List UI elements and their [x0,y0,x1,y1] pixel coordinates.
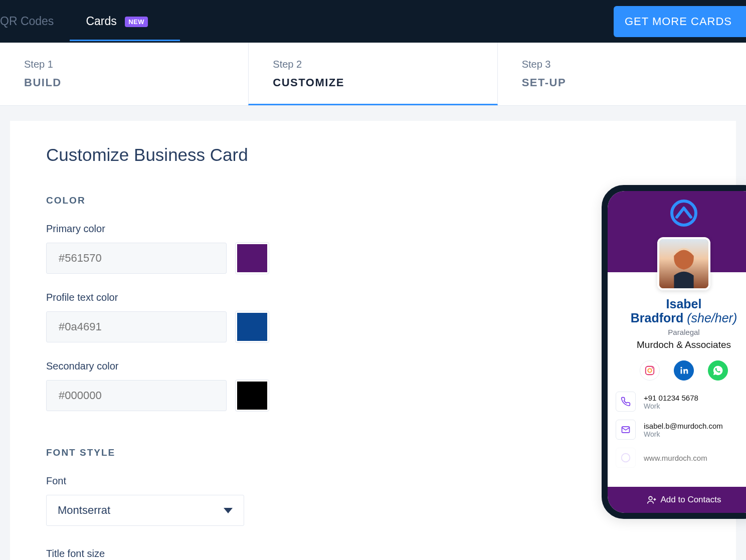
svg-point-4 [648,368,651,372]
card-preview-screen: Isabel Bradford (she/her) Paralegal Murd… [608,191,746,513]
secondary-color-input[interactable] [46,380,227,411]
contact-email-value: isabel.b@murdoch.com [644,422,723,430]
stepper: Step 1 BUILD Step 2 CUSTOMIZE Step 3 SET… [0,43,746,106]
page-title: Customize Business Card [46,145,700,165]
step-build[interactable]: Step 1 BUILD [0,43,248,105]
card-name: Isabel Bradford (she/her) [608,297,746,325]
contact-email-label: Work [644,430,723,438]
add-to-contacts-label: Add to Contacts [661,495,721,505]
tab-cards[interactable]: Cards NEW [70,2,164,41]
chevron-down-icon [224,508,233,513]
step-setup[interactable]: Step 3 SET-UP [498,43,746,105]
step-name: BUILD [24,76,224,89]
contact-item-web[interactable]: www.murdoch.com [616,448,746,468]
get-more-cards-button[interactable]: GET MORE CARDS [614,6,746,37]
svg-point-0 [672,201,696,225]
tab-qr-codes[interactable]: QR Codes [0,2,70,41]
step-num: Step 2 [273,59,473,70]
mail-icon [616,420,636,440]
avatar [657,237,710,290]
svg-point-8 [649,496,652,500]
top-nav: QR Codes Cards NEW GET MORE CARDS [0,0,746,43]
contact-phone-value: +91 01234 5678 [644,394,698,402]
card-preview-phone: Isabel Bradford (she/her) Paralegal Murd… [602,185,746,519]
step-customize[interactable]: Step 2 CUSTOMIZE [248,43,497,105]
instagram-icon[interactable] [640,360,660,381]
secondary-color-swatch[interactable] [236,380,269,411]
user-plus-icon [647,495,657,505]
primary-color-input[interactable] [46,243,227,274]
primary-color-swatch[interactable] [236,243,269,274]
card-role: Paralegal [608,328,746,336]
card-pronoun: (she/her) [687,311,737,325]
card-first-name: Isabel [666,297,702,311]
profile-text-color-swatch[interactable] [236,311,269,342]
step-name: CUSTOMIZE [273,76,473,89]
tab-cards-label: Cards [86,15,116,28]
card-last-name: Bradford [631,311,684,325]
social-row [608,360,746,381]
font-select-value: Montserrat [58,504,110,517]
whatsapp-icon[interactable] [708,360,728,381]
step-num: Step 1 [24,59,224,70]
contact-list: +91 01234 5678 Work isabel.b@murdoch.com… [608,381,746,468]
contact-item-email[interactable]: isabel.b@murdoch.com Work [616,420,746,440]
contact-phone-label: Work [644,402,698,410]
step-name: SET-UP [522,76,722,89]
logo-icon [670,199,698,227]
globe-icon [616,448,636,468]
profile-text-color-input[interactable] [46,311,227,342]
step-num: Step 3 [522,59,722,70]
phone-icon [616,392,636,412]
card-company: Murdoch & Associates [608,339,746,350]
svg-point-7 [622,454,630,462]
new-badge: NEW [125,17,148,27]
title-font-size-label: Title font size [46,548,700,559]
linkedin-icon[interactable] [674,360,694,381]
font-select[interactable]: Montserrat [46,495,244,526]
contact-web-value: www.murdoch.com [644,454,707,462]
contact-item-phone[interactable]: +91 01234 5678 Work [616,392,746,412]
add-to-contacts-button[interactable]: Add to Contacts [608,487,746,513]
svg-point-5 [652,367,653,368]
customize-panel: Customize Business Card COLOR Primary co… [10,121,736,560]
